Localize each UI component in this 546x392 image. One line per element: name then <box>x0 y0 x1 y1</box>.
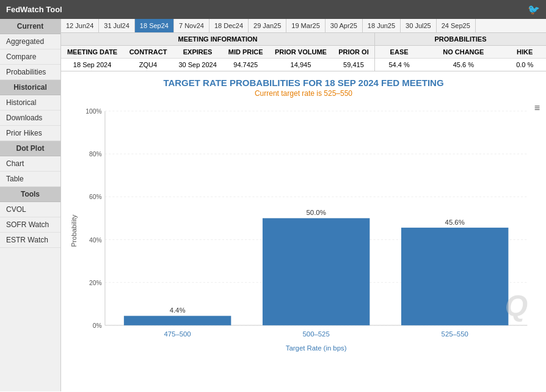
cell-no-change: 45.6 % <box>423 59 503 71</box>
tab-24sep25[interactable]: 24 Sep25 <box>437 19 476 32</box>
col-hike: HIKE <box>503 46 546 59</box>
col-prior-oi: PRIOR OI <box>333 46 374 59</box>
probabilities-section: PROBABILITIES EASE NO CHANGE HIKE 54.4 %… <box>375 33 546 71</box>
meeting-info-table: MEETING DATE CONTRACT EXPIRES MID PRICE … <box>61 46 374 71</box>
tab-18jun25[interactable]: 18 Jun25 <box>363 19 401 32</box>
cell-meeting-date: 18 Sep 2024 <box>61 59 123 71</box>
cell-expires: 30 Sep 2024 <box>173 59 222 71</box>
tab-19mar25[interactable]: 19 Mar25 <box>286 19 325 32</box>
sidebar-item-downloads[interactable]: Downloads <box>0 111 60 126</box>
bar-525-550 <box>401 228 508 325</box>
col-expires: EXPIRES <box>173 46 222 59</box>
tab-30apr25[interactable]: 30 Apr25 <box>326 19 363 32</box>
sidebar-item-probabilities[interactable]: Probabilities <box>0 65 60 80</box>
sidebar-item-cvol[interactable]: CVOL <box>0 202 60 217</box>
bar-label-475-500: 4.4% <box>170 307 186 314</box>
sidebar-item-sofr-watch[interactable]: SOFR Watch <box>0 217 60 233</box>
sidebar-item-compare[interactable]: Compare <box>0 49 60 65</box>
col-meeting-date: MEETING DATE <box>61 46 123 59</box>
y-axis-label: Probability <box>70 214 78 247</box>
x-label-525-550: 525–550 <box>442 330 468 338</box>
chart-svg: Probability 0% 20% 40% <box>67 103 540 359</box>
col-no-change: NO CHANGE <box>423 46 503 59</box>
sidebar-item-chart[interactable]: Chart <box>0 156 60 172</box>
x-label-500-525: 500–525 <box>303 330 330 338</box>
sidebar-item-historical[interactable]: Historical <box>0 95 60 111</box>
cell-contract: ZQU4 <box>123 59 173 71</box>
tab-29jan25[interactable]: 29 Jan25 <box>249 19 286 32</box>
bar-label-500-525: 50.0% <box>307 209 326 216</box>
twitter-icon[interactable]: 🐦 <box>528 4 540 15</box>
sidebar-section-dotplot[interactable]: Dot Plot <box>0 141 60 156</box>
col-mid-price: MID PRICE <box>222 46 269 59</box>
tab-18sep24[interactable]: 18 Sep24 <box>135 19 174 32</box>
tab-bar: 12 Jun24 31 Jul24 18 Sep24 7 Nov24 18 De… <box>61 19 546 33</box>
bar-label-525-550: 45.6% <box>445 219 465 226</box>
sidebar-section-historical[interactable]: Historical <box>0 80 60 95</box>
cell-ease: 54.4 % <box>375 59 423 71</box>
meeting-info: MEETING INFORMATION MEETING DATE CONTRAC… <box>61 33 375 71</box>
tab-31jul24[interactable]: 31 Jul24 <box>99 19 135 32</box>
y-tick-100: 100% <box>86 108 101 115</box>
tab-30jul25[interactable]: 30 Jul25 <box>401 19 437 32</box>
y-tick-0: 0% <box>93 322 102 329</box>
cell-prior-oi: 59,415 <box>333 59 374 71</box>
meeting-info-row: 18 Sep 2024 ZQU4 30 Sep 2024 94.7425 14,… <box>61 59 374 71</box>
prob-row: 54.4 % 45.6 % 0.0 % <box>375 59 546 71</box>
meeting-section: MEETING INFORMATION MEETING DATE CONTRAC… <box>61 33 546 71</box>
chart-menu-icon[interactable]: ≡ <box>534 103 540 114</box>
bar-475-500 <box>124 316 231 325</box>
sidebar-section-current[interactable]: Current <box>0 19 60 34</box>
app-header: FedWatch Tool 🐦 <box>0 0 546 19</box>
tab-18dec24[interactable]: 18 Dec24 <box>209 19 249 32</box>
cell-mid-price: 94.7425 <box>222 59 269 71</box>
sidebar-item-table[interactable]: Table <box>0 172 60 187</box>
bar-500-525 <box>263 218 369 325</box>
sidebar-item-aggregated[interactable]: Aggregated <box>0 34 60 49</box>
probabilities-header: PROBABILITIES <box>375 33 546 46</box>
chart-container: TARGET RATE PROBABILITIES FOR 18 SEP 202… <box>61 71 546 359</box>
sidebar-section-tools[interactable]: Tools <box>0 187 60 202</box>
chart-wrapper: ≡ Q Probability 0% <box>67 103 540 359</box>
main-content: 12 Jun24 31 Jul24 18 Sep24 7 Nov24 18 De… <box>61 19 546 391</box>
y-tick-60: 60% <box>89 194 102 200</box>
col-prior-volume: PRIOR VOLUME <box>269 46 333 59</box>
tab-12jun24[interactable]: 12 Jun24 <box>61 19 99 32</box>
col-contract: CONTRACT <box>123 46 173 59</box>
app-title: FedWatch Tool <box>6 5 62 14</box>
probabilities-table: EASE NO CHANGE HIKE 54.4 % 45.6 % 0.0 % <box>375 46 546 71</box>
chart-watermark: Q <box>505 289 528 322</box>
y-tick-20: 20% <box>89 280 102 286</box>
x-axis-label: Target Rate (in bps) <box>286 344 347 352</box>
y-tick-80: 80% <box>89 151 102 158</box>
sidebar-item-prior-hikes[interactable]: Prior Hikes <box>0 126 60 141</box>
y-tick-40: 40% <box>89 237 102 244</box>
chart-title: TARGET RATE PROBABILITIES FOR 18 SEP 202… <box>67 78 540 88</box>
x-label-475-500: 475–500 <box>164 330 191 338</box>
sidebar-item-estr-watch[interactable]: ESTR Watch <box>0 233 60 248</box>
sidebar: Current Aggregated Compare Probabilities… <box>0 19 61 391</box>
chart-subtitle: Current target rate is 525–550 <box>67 89 540 98</box>
meeting-info-header: MEETING INFORMATION <box>61 33 374 46</box>
cell-prior-volume: 14,945 <box>269 59 333 71</box>
col-ease: EASE <box>375 46 423 59</box>
tab-7nov24[interactable]: 7 Nov24 <box>174 19 209 32</box>
cell-hike: 0.0 % <box>503 59 546 71</box>
